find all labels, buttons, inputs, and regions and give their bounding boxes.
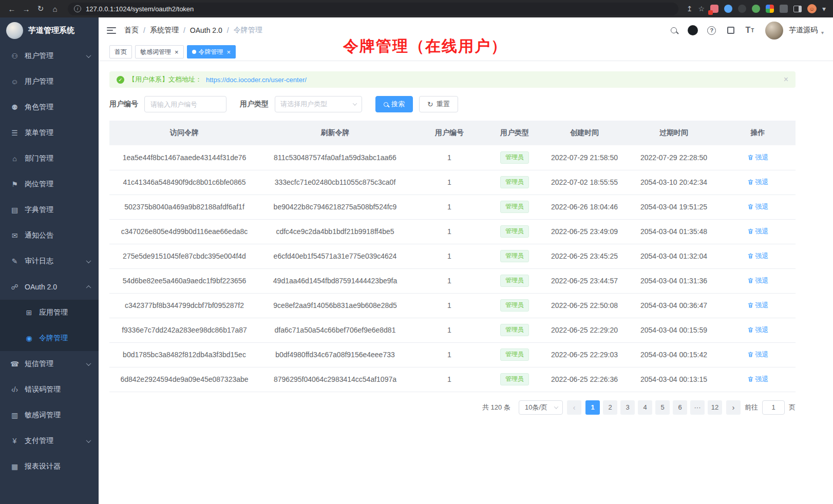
browser-back-icon[interactable]: ← (5, 2, 18, 15)
force-logout-button[interactable]: 强退 (747, 276, 769, 285)
sidebar-item-report[interactable]: ▦报表设计器 (0, 454, 99, 479)
prev-page-button[interactable]: ‹ (567, 400, 581, 415)
force-logout-button[interactable]: 强退 (747, 202, 769, 211)
github-icon[interactable] (685, 23, 701, 38)
force-logout-button[interactable]: 强退 (747, 301, 769, 310)
user-type-cell: 管理员 (488, 145, 541, 170)
force-logout-label: 强退 (755, 227, 769, 236)
extension-green-icon[interactable] (752, 5, 760, 13)
alert-close-icon[interactable]: × (784, 75, 788, 84)
close-icon[interactable]: × (175, 49, 179, 55)
breadcrumb-item[interactable]: 系统管理 (150, 26, 179, 35)
sidebar-item-sensitive-word[interactable]: ▥敏感词管理 (0, 402, 99, 428)
app-icon: ⊞ (25, 308, 33, 317)
page-button-3[interactable]: 3 (620, 400, 635, 415)
table-row: 6d842e2924594de9a09e45e087323abe8796295f… (109, 367, 796, 392)
page-button-1[interactable]: 1 (585, 400, 600, 415)
user-avatar[interactable] (765, 22, 783, 40)
extensions-puzzle-icon[interactable] (766, 5, 774, 13)
share-icon[interactable]: ↥ (687, 5, 693, 13)
bookmark-star-icon[interactable]: ☆ (698, 5, 705, 13)
table-row: f9336e7c7dd242a283ee98dc86b17a87dfa6c71a… (109, 318, 796, 342)
sidebar-item-notice[interactable]: ✉通知公告 (0, 223, 99, 248)
extension-blue-icon[interactable] (724, 5, 732, 13)
sidebar-item-label: 令牌管理 (39, 334, 68, 343)
user-type-cell: 管理员 (488, 219, 541, 244)
refresh-token-cell: 49d1aa46d1454fbd87591444423be9fa (259, 268, 411, 293)
sidebar-item-user[interactable]: ☺用户管理 (0, 69, 99, 94)
force-logout-button[interactable]: 强退 (747, 153, 769, 162)
sidebar-item-label: 租户管理 (25, 51, 53, 61)
oauth-icon: ☍ (10, 283, 19, 291)
browser-address-bar[interactable]: i 127.0.0.1:1024/system/oauth2/token (68, 3, 678, 15)
tab-token[interactable]: 令牌管理× (187, 45, 236, 59)
app-logo[interactable]: 芋道管理系统 (0, 17, 99, 43)
browser-profile-avatar[interactable]: ☺ (807, 4, 817, 13)
force-logout-button[interactable]: 强退 (747, 227, 769, 236)
search-icon[interactable] (666, 23, 681, 38)
user-id-input[interactable] (144, 96, 226, 112)
chevron-down-icon[interactable]: ▾ (822, 5, 826, 13)
sidebar-item-app[interactable]: ⊞应用管理 (0, 300, 99, 325)
user-type-select[interactable]: 请选择用户类型 (275, 96, 362, 112)
pin-icon[interactable] (780, 5, 788, 13)
username[interactable]: 芋道源码 (789, 26, 818, 35)
sidebar-item-sms[interactable]: ☎短信管理 (0, 351, 99, 377)
breadcrumb-item[interactable]: 首页 (124, 26, 139, 35)
force-logout-button[interactable]: 强退 (747, 251, 769, 261)
force-logout-button[interactable]: 强退 (747, 350, 769, 359)
breadcrumb-item[interactable]: OAuth 2.0 (190, 26, 222, 34)
tab-sensitive-word[interactable]: 敏感词管理× (135, 45, 184, 59)
user-type-label: 用户类型 (240, 100, 269, 109)
browser-actions: ↥ ☆ ☺ ▾ (685, 4, 828, 13)
sidebar-item-oauth2[interactable]: ☍OAuth 2.0 (0, 274, 99, 300)
tab-home[interactable]: 首页 (109, 45, 132, 59)
sidebar-item-label: OAuth 2.0 (25, 283, 57, 291)
browser-reload-icon[interactable]: ↻ (34, 2, 47, 15)
sidebar-item-audit-log[interactable]: ✎审计日志 (0, 248, 99, 274)
next-page-button[interactable]: › (726, 400, 741, 415)
page-button-4[interactable]: 4 (638, 400, 652, 415)
force-logout-button[interactable]: 强退 (747, 375, 769, 384)
tab-label: 敏感词管理 (140, 48, 171, 56)
tab-label: 令牌管理 (199, 48, 223, 56)
sidebar-item-menu[interactable]: ☰菜单管理 (0, 120, 99, 146)
doc-link[interactable]: https://doc.iocoder.cn/user-center/ (206, 76, 307, 84)
reset-button[interactable]: ↻ 重置 (419, 96, 458, 112)
page-button-6[interactable]: 6 (673, 400, 687, 415)
page-button-2[interactable]: 2 (603, 400, 617, 415)
page-button-5[interactable]: 5 (655, 400, 670, 415)
search-button[interactable]: 搜索 (375, 96, 413, 112)
help-icon[interactable]: ? (704, 23, 720, 38)
sidebar-item-pay[interactable]: ¥支付管理 (0, 428, 99, 454)
site-info-icon[interactable]: i (74, 5, 81, 12)
sidebar-item-error-code[interactable]: ‹/›错误码管理 (0, 377, 99, 402)
force-logout-button[interactable]: 强退 (747, 325, 769, 335)
page-size-select[interactable]: 10条/页 (519, 400, 563, 415)
sidebar-toggle-icon[interactable] (107, 27, 116, 34)
sidebar-item-dict[interactable]: ▤字典管理 (0, 197, 99, 223)
browser-home-icon[interactable]: ⌂ (48, 2, 62, 15)
sidebar-item-role[interactable]: ⚉角色管理 (0, 94, 99, 120)
side-panel-icon[interactable] (793, 6, 802, 12)
page-button-12[interactable]: 12 (708, 400, 722, 415)
extension-dark-icon[interactable] (738, 5, 746, 13)
more-pages-button[interactable]: ··· (690, 400, 705, 415)
page-content: ✓ 【用户体系】文档地址： https://doc.iocoder.cn/use… (99, 61, 833, 504)
sidebar-item-post[interactable]: ⚑岗位管理 (0, 171, 99, 197)
sidebar-item-label: 角色管理 (25, 103, 53, 112)
fullscreen-icon[interactable] (723, 23, 739, 38)
font-size-icon[interactable]: TT (742, 23, 758, 38)
goto-page-input[interactable] (762, 400, 785, 415)
search-icon (384, 102, 388, 107)
sidebar-item-tenant[interactable]: ⚇租户管理 (0, 43, 99, 69)
sidebar-item-label: 通知公告 (25, 231, 53, 240)
close-icon[interactable]: × (227, 49, 231, 55)
force-logout-button[interactable]: 强退 (747, 178, 769, 187)
column-header: 过期时间 (628, 121, 720, 145)
sidebar-item-token[interactable]: ◉令牌管理 (0, 325, 99, 351)
browser-forward-icon[interactable]: → (20, 2, 33, 15)
sidebar-item-dept[interactable]: ⌂部门管理 (0, 146, 99, 171)
logo-image (6, 22, 23, 39)
extension-red-icon[interactable] (710, 5, 718, 13)
